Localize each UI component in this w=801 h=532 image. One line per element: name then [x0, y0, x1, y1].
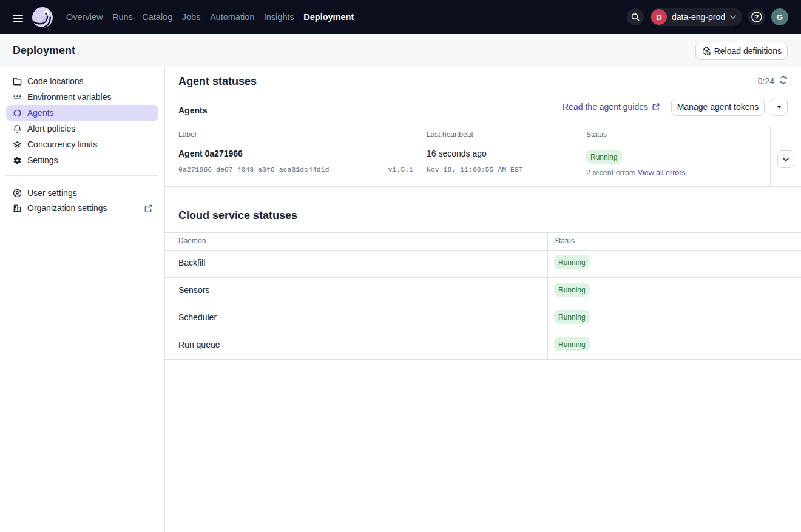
svg-text:?: ?	[755, 13, 759, 21]
